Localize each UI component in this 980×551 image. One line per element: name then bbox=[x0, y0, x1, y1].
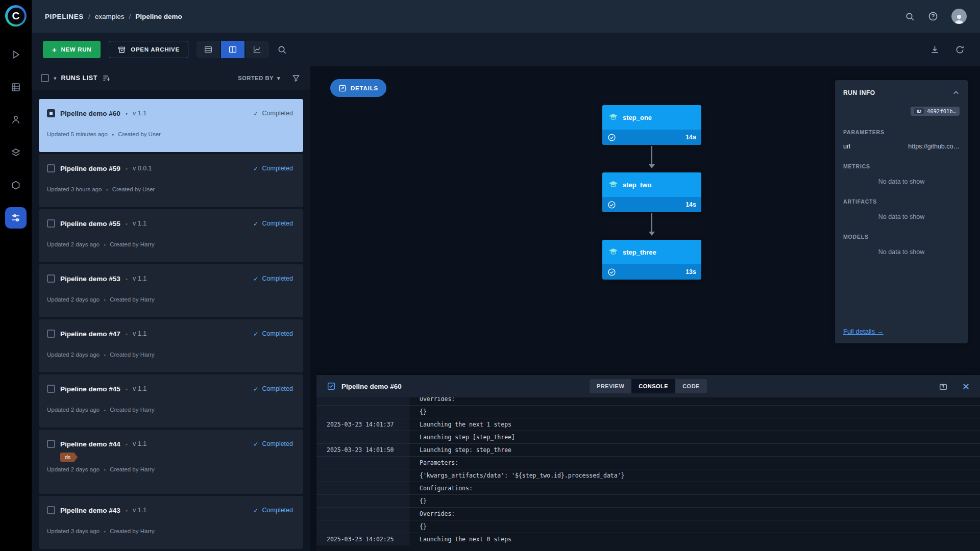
dot-separator: ● bbox=[126, 112, 128, 115]
graph-canvas[interactable]: DETAILS step_one 14s step_two 14s bbox=[310, 66, 980, 375]
full-details-link[interactable]: Full details → bbox=[843, 328, 960, 335]
dot-separator: ● bbox=[104, 530, 106, 533]
console-log[interactable]: Overrides: {} 2025-03-23 14:01:37 Launch… bbox=[316, 397, 980, 551]
log-row: {} bbox=[316, 520, 980, 533]
run-checkbox[interactable] bbox=[47, 330, 55, 338]
action-toolbar: + NEW RUN OPEN ARCHIVE bbox=[32, 33, 980, 66]
run-card[interactable]: Pipeline demo #59 ● v 0.0.1 ✓ Completed … bbox=[39, 154, 303, 207]
console-panel: Pipeline demo #60 PREVIEWCONSOLECODE Ove… bbox=[316, 375, 980, 551]
run-version: v 1.1 bbox=[133, 275, 146, 282]
log-timestamp bbox=[316, 482, 409, 494]
app-logo[interactable]: C bbox=[5, 5, 27, 27]
pipeline-step-node[interactable]: step_three 13s bbox=[602, 240, 701, 280]
breadcrumb-separator: / bbox=[88, 13, 90, 20]
chart-view-button[interactable] bbox=[246, 41, 269, 58]
sidebar-item-projects[interactable] bbox=[5, 109, 27, 131]
open-archive-button[interactable]: OPEN ARCHIVE bbox=[109, 41, 188, 58]
dot-separator: ● bbox=[126, 442, 128, 446]
chevron-down-icon: ▾ bbox=[277, 75, 280, 82]
run-checkbox[interactable] bbox=[47, 385, 55, 393]
new-run-button[interactable]: + NEW RUN bbox=[43, 41, 101, 58]
run-checkbox[interactable] bbox=[47, 164, 55, 172]
log-timestamp bbox=[316, 431, 409, 443]
run-status-label: Completed bbox=[262, 275, 293, 282]
log-timestamp bbox=[316, 520, 409, 533]
runs-list-scroll[interactable]: Pipeline demo #60 ● v 1.1 ✓ Completed Up… bbox=[32, 90, 310, 551]
run-status-badge: ✓ Completed bbox=[253, 110, 293, 117]
help-icon bbox=[928, 11, 938, 21]
toolbar-search-button[interactable] bbox=[277, 45, 287, 55]
run-card[interactable]: Pipeline demo #60 ● v 1.1 ✓ Completed Up… bbox=[39, 99, 303, 152]
download-button[interactable] bbox=[930, 45, 940, 55]
run-version: v 1.1 bbox=[133, 220, 146, 227]
open-in-window-button[interactable] bbox=[939, 382, 948, 391]
search-button[interactable] bbox=[905, 12, 915, 21]
check-icon: ✓ bbox=[253, 275, 258, 283]
run-card[interactable]: Pipeline demo #53 ● v 1.1 ✓ Completed Up… bbox=[39, 264, 303, 317]
chart-view-icon bbox=[253, 45, 262, 54]
log-row: Configurations: bbox=[316, 482, 980, 494]
run-card[interactable]: Pipeline demo #43 ● v 1.1 ✓ Completed Up… bbox=[39, 496, 303, 549]
breadcrumb-item[interactable]: PIPELINES bbox=[45, 13, 84, 20]
collapse-panel-button[interactable] bbox=[952, 89, 960, 96]
table-view-button[interactable] bbox=[197, 41, 220, 58]
split-view-button[interactable] bbox=[221, 41, 244, 58]
step-name: step_one bbox=[623, 114, 652, 121]
log-message: {} bbox=[409, 495, 980, 507]
console-tab-preview[interactable]: PREVIEW bbox=[590, 379, 631, 393]
user-avatar[interactable] bbox=[951, 9, 967, 24]
step-name: step_two bbox=[623, 181, 651, 189]
sorted-by-dropdown[interactable]: SORTED BY ▾ bbox=[238, 75, 280, 82]
console-tab-console[interactable]: CONSOLE bbox=[631, 379, 675, 393]
run-checkbox[interactable] bbox=[47, 506, 55, 514]
run-checkbox[interactable] bbox=[47, 440, 55, 448]
run-id-badge[interactable]: ID 4692f01b… bbox=[911, 107, 960, 116]
log-timestamp bbox=[316, 457, 409, 469]
dot-separator: ● bbox=[104, 468, 106, 471]
select-all-checkbox[interactable] bbox=[41, 74, 49, 82]
console-run-title: Pipeline demo #60 bbox=[341, 383, 402, 390]
sort-icon[interactable] bbox=[102, 74, 110, 82]
pipeline-step-node[interactable]: step_one 14s bbox=[602, 105, 701, 145]
step-icon bbox=[608, 248, 618, 256]
log-row: Overrides: bbox=[316, 397, 980, 405]
run-checkbox[interactable] bbox=[47, 219, 55, 228]
close-icon[interactable] bbox=[962, 383, 970, 390]
dot-separator: ● bbox=[126, 509, 128, 512]
completed-check-icon bbox=[607, 268, 616, 277]
dot-separator: ● bbox=[126, 222, 128, 226]
sidebar-item-experiments[interactable] bbox=[5, 142, 27, 163]
run-card[interactable]: Pipeline demo #45 ● v 1.1 ✓ Completed Up… bbox=[39, 374, 303, 428]
check-icon: ✓ bbox=[253, 507, 258, 514]
run-card[interactable]: Pipeline demo #44 ● v 1.1 ✓ Completed ds… bbox=[39, 430, 303, 494]
run-meta: Updated 2 days ago ● Created by Harry bbox=[47, 296, 293, 303]
check-icon: ✓ bbox=[253, 165, 258, 172]
chevron-down-icon[interactable]: ▾ bbox=[54, 75, 57, 82]
run-tag[interactable]: ds bbox=[60, 453, 78, 462]
run-checkbox[interactable] bbox=[47, 109, 55, 117]
pipeline-step-node[interactable]: step_two 14s bbox=[602, 172, 701, 212]
run-card[interactable]: Pipeline demo #55 ● v 1.1 ✓ Completed Up… bbox=[39, 209, 303, 262]
datasets-icon bbox=[11, 82, 21, 92]
breadcrumb-item[interactable]: examples bbox=[95, 13, 125, 20]
details-button[interactable]: DETAILS bbox=[330, 79, 386, 97]
run-status-label: Completed bbox=[262, 330, 293, 337]
sidebar-item-datasets[interactable] bbox=[5, 77, 27, 98]
rail-nav bbox=[5, 44, 27, 229]
filter-icon[interactable] bbox=[292, 74, 300, 82]
sidebar-item-models[interactable] bbox=[5, 174, 27, 196]
split-view-icon bbox=[228, 45, 237, 54]
refresh-button[interactable] bbox=[955, 45, 965, 55]
sidebar-item-pipelines[interactable] bbox=[5, 207, 27, 229]
run-icon bbox=[327, 382, 336, 391]
log-row: 2025-03-23 14:01:50 Launching step: step… bbox=[316, 443, 980, 456]
runs-list-title: RUNS LIST bbox=[61, 74, 97, 82]
run-checkbox[interactable] bbox=[47, 274, 55, 283]
run-status-badge: ✓ Completed bbox=[253, 330, 293, 338]
help-button[interactable] bbox=[928, 11, 938, 21]
run-title: Pipeline demo #55 bbox=[60, 220, 120, 228]
run-meta: Updated 2 days ago ● Created by Harry bbox=[47, 407, 293, 413]
console-tab-code[interactable]: CODE bbox=[675, 379, 707, 393]
sidebar-item-getting-started[interactable] bbox=[5, 44, 27, 65]
run-card[interactable]: Pipeline demo #47 ● v 1.1 ✓ Completed Up… bbox=[39, 319, 303, 372]
